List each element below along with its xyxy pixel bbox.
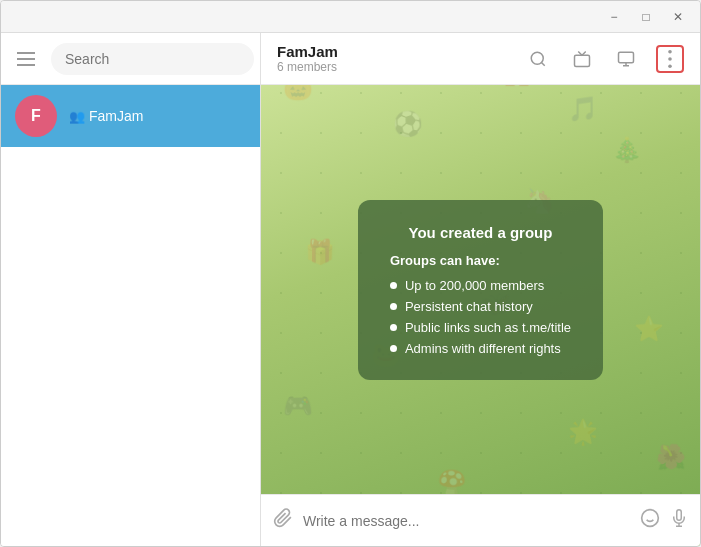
attach-button[interactable] bbox=[273, 508, 293, 533]
info-card: You created a group Groups can have: Up … bbox=[358, 200, 603, 380]
more-options-button[interactable] bbox=[656, 45, 684, 73]
search-icon bbox=[529, 50, 547, 68]
list-item: Persistent chat history bbox=[390, 299, 571, 314]
list-item-text: Up to 200,000 members bbox=[405, 278, 544, 293]
bullet-icon bbox=[390, 324, 397, 331]
chat-item-info: 👥 FamJam bbox=[69, 108, 143, 124]
hamburger-line bbox=[17, 52, 35, 54]
info-card-title: You created a group bbox=[390, 224, 571, 241]
svg-point-8 bbox=[642, 510, 659, 527]
message-input-area bbox=[261, 494, 700, 546]
svg-point-7 bbox=[668, 64, 672, 68]
hamburger-button[interactable] bbox=[13, 48, 39, 70]
more-icon bbox=[668, 50, 672, 68]
info-card-list: Up to 200,000 membersPersistent chat his… bbox=[390, 278, 571, 356]
list-item[interactable]: F 👥 FamJam bbox=[1, 85, 260, 147]
stream-icon bbox=[573, 50, 591, 68]
hamburger-line bbox=[17, 58, 35, 60]
chat-header-actions bbox=[524, 45, 684, 73]
list-item: Admins with different rights bbox=[390, 341, 571, 356]
mic-button[interactable] bbox=[670, 509, 688, 532]
app-window: − □ ✕ F 👥 bbox=[0, 0, 701, 547]
svg-point-5 bbox=[668, 50, 672, 54]
close-button[interactable]: ✕ bbox=[664, 7, 692, 27]
emoji-icon bbox=[640, 508, 660, 528]
svg-point-0 bbox=[531, 52, 543, 64]
chat-item-name: 👥 FamJam bbox=[69, 108, 143, 124]
svg-point-6 bbox=[668, 57, 672, 61]
svg-rect-1 bbox=[575, 55, 590, 66]
stream-button[interactable] bbox=[568, 45, 596, 73]
title-bar-controls: − □ ✕ bbox=[600, 7, 692, 27]
list-item-text: Admins with different rights bbox=[405, 341, 561, 356]
list-item: Up to 200,000 members bbox=[390, 278, 571, 293]
emoji-button[interactable] bbox=[640, 508, 660, 533]
hamburger-line bbox=[17, 64, 35, 66]
list-item: Public links such as t.me/title bbox=[390, 320, 571, 335]
bullet-icon bbox=[390, 345, 397, 352]
minimize-button[interactable]: − bbox=[600, 7, 628, 27]
chat-title: FamJam bbox=[277, 43, 338, 60]
screen-button[interactable] bbox=[612, 45, 640, 73]
chat-area: FamJam 6 members bbox=[261, 33, 700, 546]
sidebar-header bbox=[1, 33, 260, 85]
info-card-subtitle: Groups can have: bbox=[390, 253, 571, 268]
avatar: F bbox=[15, 95, 57, 137]
title-bar: − □ ✕ bbox=[1, 1, 700, 33]
list-item-text: Persistent chat history bbox=[405, 299, 533, 314]
chat-name-label: FamJam bbox=[89, 108, 143, 124]
search-button[interactable] bbox=[524, 45, 552, 73]
chat-subtitle: 6 members bbox=[277, 60, 338, 74]
list-item-text: Public links such as t.me/title bbox=[405, 320, 571, 335]
chat-list: F 👥 FamJam bbox=[1, 85, 260, 546]
search-input[interactable] bbox=[51, 43, 254, 75]
attach-icon bbox=[273, 508, 293, 528]
svg-rect-2 bbox=[619, 52, 634, 63]
message-input[interactable] bbox=[303, 513, 630, 529]
chat-header-info: FamJam 6 members bbox=[277, 43, 338, 74]
bullet-icon bbox=[390, 303, 397, 310]
info-card-container: You created a group Groups can have: Up … bbox=[261, 85, 700, 494]
mic-icon bbox=[670, 509, 688, 527]
maximize-button[interactable]: □ bbox=[632, 7, 660, 27]
main-content: F 👥 FamJam FamJam 6 members bbox=[1, 33, 700, 546]
chat-header: FamJam 6 members bbox=[261, 33, 700, 85]
screen-icon bbox=[617, 50, 635, 68]
sidebar: F 👥 FamJam bbox=[1, 33, 261, 546]
bullet-icon bbox=[390, 282, 397, 289]
group-icon: 👥 bbox=[69, 109, 85, 124]
